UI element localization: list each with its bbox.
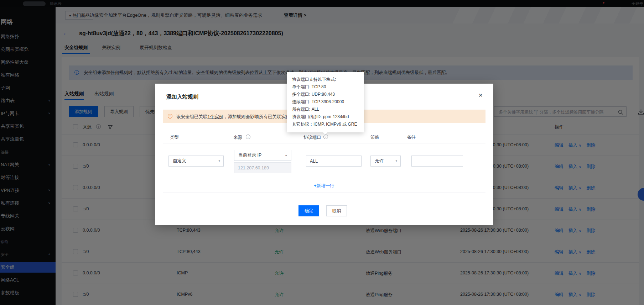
associated-instances-link[interactable]: 1个实例 [208,114,223,119]
type-select[interactable]: 自定义▾ [168,156,224,167]
divider [163,143,485,143]
tooltip-line: 协议端口(组)ID: ppm-1234ilbd [292,113,359,121]
warning-text-pre: 该安全组已关联 [176,114,208,119]
chevron-down-icon: ▾ [395,156,397,166]
tooltip-line: 连续端口: TCP:3306-20000 [292,98,359,106]
protocol-port-input[interactable] [306,156,362,167]
col-label-remark: 备注 [407,135,416,141]
protocol-port-tooltip: 协议端口支持以下格式:单个端口: TCP:80多个端口: UDP:80,443连… [287,72,364,132]
col-label-source: 来源 [233,135,242,141]
policy-select[interactable]: 允许▾ [370,156,401,167]
col-label-type: 类型 [170,135,179,141]
warning-text-post: ，添加规则会影响所有已关联实例 [223,114,290,119]
col-label-policy: 策略 [370,135,379,141]
tooltip-line: 所有端口: ALL [292,106,359,113]
chevron-down-icon: ▾ [218,156,220,166]
tooltip-arrow [323,132,328,135]
divider [163,193,485,193]
warning-icon: ! [168,114,172,119]
protocol-port-info-icon[interactable]: i [323,135,328,139]
remark-input[interactable] [411,156,463,167]
col-label-protocol-port: 协议端口 [303,135,321,141]
source-select[interactable]: 当前登录 IP⌄ [234,150,291,161]
add-row-link[interactable]: +新增一行 [155,183,493,189]
divider [163,178,485,178]
source-info-icon[interactable]: i [246,135,250,139]
source-ip-input [234,162,291,173]
modal-title: 添加入站规则 [166,94,198,100]
tooltip-line: 其它协议：ICMP, ICMPv6 或 GRE [292,121,359,128]
cancel-button[interactable]: 取消 [326,205,347,216]
confirm-button[interactable]: 确定 [298,205,319,216]
chevron-down-icon: ⌄ [285,151,288,159]
tooltip-line: 单个端口: TCP:80 [292,83,359,91]
close-icon[interactable]: ✕ [478,92,483,99]
tooltip-line: 协议端口支持以下格式: [292,76,359,83]
tooltip-line: 多个端口: UDP:80,443 [292,91,359,98]
